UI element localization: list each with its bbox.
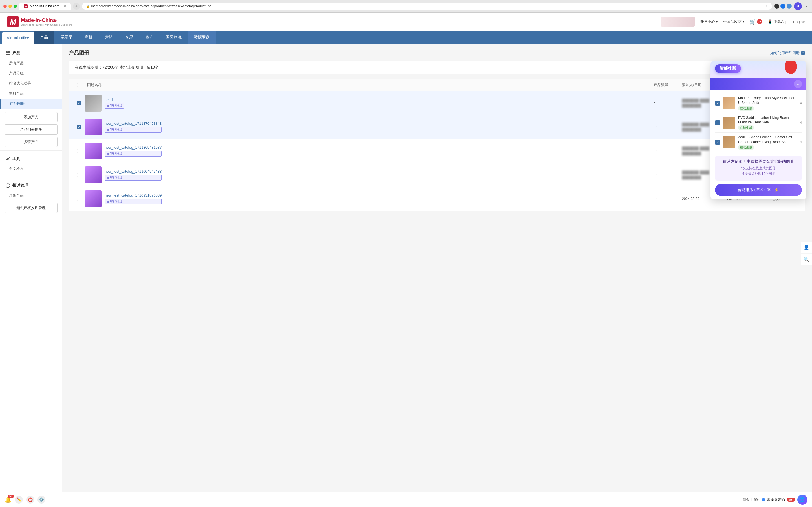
sidebar-item-product-catalog[interactable]: 产品图册 — [0, 99, 62, 109]
nav-item-marketing[interactable]: 营销 — [99, 31, 119, 44]
supplier-label: 中国供应商 — [723, 19, 742, 24]
browser-tab[interactable]: M Made-in-China.com ✕ — [19, 3, 71, 10]
row1-catalog-name[interactable]: test lb — [105, 98, 124, 102]
product-check-2[interactable]: ✓ — [715, 120, 720, 125]
sidebar-item-violation-products[interactable]: 违规产品 — [0, 190, 62, 201]
nav-item-logistics[interactable]: 国际物流 — [160, 31, 188, 44]
download-app-btn[interactable]: 📱 下载App — [768, 19, 788, 24]
row5-checkbox[interactable] — [73, 196, 85, 201]
new-tab-button[interactable]: + — [73, 3, 80, 10]
notification-bell[interactable]: 🔔 58 — [4, 496, 11, 503]
profile-icon[interactable]: U — [794, 2, 802, 10]
sidebar-item-full-text-search[interactable]: 全文检索 — [0, 164, 62, 174]
smart-badge-label-2: 智能排版 — [110, 128, 122, 132]
settings-icon-btn[interactable]: ⚙️ — [38, 496, 45, 504]
chat-badge: 99+ — [787, 498, 795, 502]
row2-name-col: new_test_catelog_1711370453843 ▦ 智能排版 — [85, 119, 654, 135]
circle-icon: ⭕ — [28, 497, 33, 502]
nav-item-bizopps[interactable]: 商机 — [79, 31, 99, 44]
smart-layout-badge: 智能排版 — [715, 64, 741, 73]
smart-panel: 智能排版 ⌄ ◂ ✓ — [711, 61, 806, 200]
multilingual-products-button[interactable]: 多语产品 — [4, 137, 57, 147]
row1-checkbox[interactable]: ✓ — [73, 101, 85, 105]
row5-catalog-name[interactable]: new_test_catelog_1710931876839 — [105, 193, 161, 198]
row5-smart-badge[interactable]: ▦ 智能排版 — [105, 199, 161, 205]
nav-item-virtual-office[interactable]: Virtual Office — [2, 32, 34, 44]
product-list-sort-button[interactable]: 产品列表排序 — [4, 124, 57, 135]
nav-label-products: 产品 — [40, 35, 48, 40]
bookmark-icon[interactable]: ☆ — [765, 4, 768, 8]
smart-layout-button[interactable]: 智能排版 (2/10) -10 ⚡ — [715, 184, 802, 196]
globe-button[interactable]: 🌐 — [797, 495, 808, 505]
supplier-chevron: ▾ — [743, 20, 744, 23]
panel-collapse-button[interactable]: ⌄ — [794, 80, 802, 88]
select-all-checkbox[interactable] — [73, 83, 85, 87]
row2-catalog-name[interactable]: new_test_catelog_1711370453843 — [105, 121, 161, 126]
float-feedback-button[interactable]: 🔍 — [801, 254, 812, 265]
account-center-menu[interactable]: 账户中心 ▾ — [700, 19, 718, 24]
sidebar-item-ranking-optimizer[interactable]: 排名优化助手 — [0, 78, 62, 89]
row2-checkbox[interactable]: ✓ — [73, 125, 85, 129]
row4-catalog-name[interactable]: new_test_catelog_1711004947438 — [105, 169, 161, 173]
product-check-1[interactable]: ✓ — [715, 101, 720, 106]
cart-badge: 23 — [757, 19, 762, 24]
product-list-sort-label: 产品列表排序 — [20, 127, 42, 131]
product-check-3[interactable]: ✓ — [715, 140, 720, 145]
help-icon: ? — [801, 51, 805, 55]
row1-smart-badge[interactable]: ▦ 智能排版 — [105, 103, 124, 109]
float-support-button[interactable]: 👤 — [801, 242, 812, 253]
edit-icon-btn[interactable]: ✏️ — [15, 496, 23, 504]
download-icon: 📱 — [768, 19, 772, 24]
sidebar-label-all-products: 所有产品 — [9, 61, 24, 65]
fullscreen-traffic-light[interactable] — [13, 4, 17, 8]
ext-icon-3[interactable] — [786, 4, 792, 9]
nav-item-showroom[interactable]: 展示厅 — [54, 31, 79, 44]
help-link[interactable]: 如何使用产品图册 ? — [770, 50, 805, 55]
add-product-button[interactable]: 添加产品 — [4, 112, 57, 122]
tab-close-icon[interactable]: ✕ — [63, 4, 66, 8]
table-row: ✓ test lb ▦ 智能排版 1 ████ — [69, 91, 805, 115]
minimize-traffic-light[interactable] — [8, 4, 12, 8]
row3-smart-badge[interactable]: ▦ 智能排版 — [105, 151, 161, 157]
browser-menu-icon[interactable]: ⋮ — [804, 4, 809, 9]
chat-button[interactable]: 网页版麦通 99+ — [762, 497, 795, 502]
row3-checkbox[interactable] — [73, 149, 85, 153]
logo-brand-name: Made-in-China — [21, 17, 56, 23]
sidebar-item-product-groups[interactable]: 产品分组 — [0, 68, 62, 78]
sidebar-products-section: 产品 — [0, 48, 62, 58]
row4-checkbox[interactable] — [73, 173, 85, 177]
nav-item-products[interactable]: 产品 — [34, 31, 54, 44]
panel-product-item-2: ✓ PVC Saddle Leather Living Room Furnitu… — [715, 113, 802, 133]
ext-icon-2[interactable] — [780, 4, 785, 9]
row3-catalog-name[interactable]: new_test_catelog_1711365481587 — [105, 145, 161, 150]
sidebar-tools-section: 工具 — [0, 154, 62, 164]
nav-item-trade[interactable]: 交易 — [119, 31, 139, 44]
cart-icon: 🛒 — [750, 18, 756, 25]
nav-item-data[interactable]: 数据罗盘 — [188, 31, 216, 44]
row2-smart-badge[interactable]: ▦ 智能排版 — [105, 127, 161, 133]
chat-dot-icon — [762, 498, 765, 501]
panel-product-item-3: ✓ Zode L Shape Lounge 3 Seater Soft Corn… — [715, 133, 802, 152]
notification-badge: 58 — [8, 495, 14, 498]
main-navigation: Virtual Office 产品 展示厅 商机 营销 交易 资产 国际物流 数… — [0, 31, 812, 44]
header-right: 账户中心 ▾ 中国供应商 ▾ 🛒 23 📱 下载App English — [661, 17, 805, 27]
cart-icon-area[interactable]: 🛒 23 — [750, 18, 762, 25]
panel-product-list: ✓ Modern Luxury Italian Style Sectional … — [711, 90, 806, 200]
ip-complaint-button[interactable]: 知识产权投诉管理 — [4, 203, 57, 213]
notice-title: 请从左侧页面中选择需要智能排版的图册 — [718, 159, 799, 164]
language-selector[interactable]: English — [793, 20, 805, 24]
chat-label: 网页版麦通 — [767, 497, 785, 502]
supplier-menu[interactable]: 中国供应商 ▾ — [723, 19, 744, 24]
row4-smart-badge[interactable]: ▦ 智能排版 — [105, 175, 161, 180]
ext-icon-1[interactable] — [774, 4, 779, 9]
circle-icon-btn[interactable]: ⭕ — [26, 496, 34, 504]
right-side-bar: 剩余 11994 网页版麦通 99+ 🌐 — [743, 495, 808, 505]
close-traffic-light[interactable] — [3, 4, 7, 8]
sidebar-item-all-products[interactable]: 所有产品 — [0, 58, 62, 68]
address-bar[interactable]: 🔒 membercenter.made-in-china.com/catalog… — [82, 3, 772, 10]
sidebar-item-featured-products[interactable]: 主打产品 — [0, 89, 62, 99]
product-name-3: Zode L Shape Lounge 3 Seater Soft Corner… — [738, 135, 797, 145]
sidebar-complaint-label: 投诉管理 — [12, 183, 28, 188]
nav-item-assets[interactable]: 资产 — [139, 31, 160, 44]
logo-area[interactable]: M Made-in-China ® Connecting Buyers with… — [7, 15, 72, 28]
